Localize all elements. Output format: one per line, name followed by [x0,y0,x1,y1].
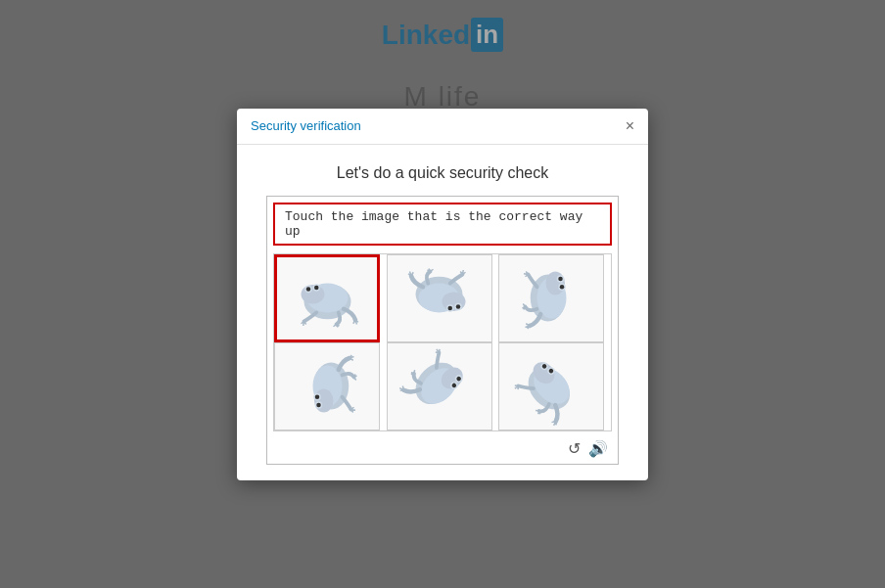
grid-cell-3[interactable] [274,342,380,430]
modal-header: Security verification × [237,109,648,145]
captcha-controls: ↺ 🔊 [273,431,612,458]
modal-title: Security verification [251,118,361,133]
grid-cell-1[interactable] [387,254,492,342]
security-modal: Security verification × Let's do a quick… [237,109,648,480]
grid-cell-5[interactable] [498,342,604,430]
modal-overlay: Security verification × Let's do a quick… [0,0,885,588]
close-button[interactable]: × [626,118,634,134]
image-grid [273,253,612,431]
security-check-title: Let's do a quick security check [266,164,619,182]
captcha-container: Touch the image that is the correct way … [266,196,619,465]
svg-point-9 [442,293,466,312]
audio-icon[interactable]: 🔊 [588,439,608,458]
svg-point-5 [305,287,310,292]
svg-point-2 [301,285,324,304]
refresh-icon[interactable]: ↺ [568,439,581,458]
modal-body: Let's do a quick security check Touch th… [237,145,648,480]
instruction-text: Touch the image that is the correct way … [273,203,612,246]
svg-point-6 [314,286,319,291]
grid-cell-0[interactable] [274,254,380,342]
grid-cell-4[interactable] [387,342,492,430]
grid-cell-2[interactable] [498,254,604,342]
